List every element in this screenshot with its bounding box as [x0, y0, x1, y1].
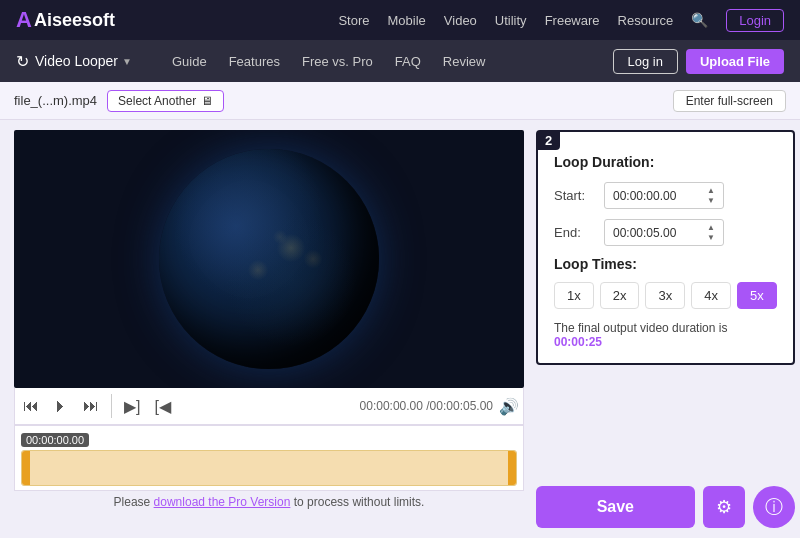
output-duration: The final output video duration is 00:00…	[554, 321, 777, 349]
freeware-link[interactable]: Freeware	[545, 13, 600, 28]
features-link[interactable]: Features	[229, 54, 280, 69]
monitor-icon: 🖥	[201, 94, 213, 108]
start-row: Start: 00:00:00.00 ▲ ▼	[554, 182, 777, 209]
select-another-button[interactable]: Select Another 🖥	[107, 90, 224, 112]
output-duration-value: 00:00:25	[554, 335, 602, 349]
time-display: 00:00:00.00 /00:00:05.00	[360, 399, 493, 413]
loop-5x-button[interactable]: 5x	[737, 282, 777, 309]
end-up-arrow: ▲	[707, 223, 715, 232]
earth-visual	[159, 149, 379, 369]
skip-back-button[interactable]: ⏮	[19, 395, 43, 417]
end-down-arrow: ▼	[707, 233, 715, 242]
second-nav: ↻ Video Looper ▼ Guide Features Free vs.…	[0, 40, 800, 82]
second-nav-links: Guide Features Free vs. Pro FAQ Review	[172, 54, 613, 69]
tool-name: Video Looper	[35, 53, 118, 69]
help-button[interactable]: ⓘ	[753, 486, 795, 528]
skip-forward-button[interactable]: ⏭	[79, 395, 103, 417]
file-bar: file_(...m).mp4 Select Another 🖥 Enter f…	[0, 82, 800, 120]
logo-icon: A	[16, 7, 32, 33]
earth-lights	[159, 149, 379, 369]
pro-message: Please download the Pro Version to proce…	[14, 491, 524, 513]
timeline-area: 00:00:00.00	[14, 425, 524, 491]
loop-settings-card: 2 Loop Duration: Start: 00:00:00.00 ▲ ▼ …	[536, 130, 795, 365]
file-name: file_(...m).mp4	[14, 93, 97, 108]
play-button[interactable]: ⏵	[49, 395, 73, 417]
video-link[interactable]: Video	[444, 13, 477, 28]
controls-divider	[111, 394, 112, 418]
loop-4x-button[interactable]: 4x	[691, 282, 731, 309]
timeline-handle-right[interactable]	[508, 451, 516, 485]
top-nav-links: Store Mobile Video Utility Freeware Reso…	[338, 9, 784, 32]
volume-icon[interactable]: 🔊	[499, 397, 519, 416]
start-arrows: ▲ ▼	[707, 186, 715, 205]
loop-end-button[interactable]: [◀	[150, 395, 174, 418]
end-input[interactable]: 00:00:05.00 ▲ ▼	[604, 219, 724, 246]
video-controls: ⏮ ⏵ ⏭ ▶] [◀ 00:00:00.00 /00:00:05.00 🔊	[14, 388, 524, 425]
loop-icon: ↻	[16, 52, 29, 71]
top-nav: A Aiseesoft Store Mobile Video Utility F…	[0, 0, 800, 40]
save-area: Save ⚙ ⓘ	[536, 486, 795, 528]
logo-text: Aiseesoft	[34, 10, 115, 31]
log-in-button[interactable]: Log in	[613, 49, 678, 74]
right-panel: 2 Loop Duration: Start: 00:00:00.00 ▲ ▼ …	[536, 130, 795, 528]
settings-button[interactable]: ⚙	[703, 486, 745, 528]
upload-file-button[interactable]: Upload File	[686, 49, 784, 74]
start-label: Start:	[554, 188, 604, 203]
mobile-link[interactable]: Mobile	[388, 13, 426, 28]
store-link[interactable]: Store	[338, 13, 369, 28]
guide-link[interactable]: Guide	[172, 54, 207, 69]
timeline-handle-left[interactable]	[22, 451, 30, 485]
output-text: The final output video duration is	[554, 321, 727, 335]
save-button[interactable]: Save	[536, 486, 695, 528]
loop-2x-button[interactable]: 2x	[600, 282, 640, 309]
start-value: 00:00:00.00	[613, 189, 676, 203]
resource-link[interactable]: Resource	[618, 13, 674, 28]
loop-start-button[interactable]: ▶]	[120, 395, 144, 418]
timeline-time-label: 00:00:00.00	[21, 433, 89, 447]
loop-times-buttons: 1x 2x 3x 4x 5x	[554, 282, 777, 309]
logo: A Aiseesoft	[16, 7, 115, 33]
faq-link[interactable]: FAQ	[395, 54, 421, 69]
gear-icon: ⚙	[716, 496, 732, 518]
tool-brand: ↻ Video Looper ▼	[16, 52, 132, 71]
loop-times-title: Loop Times:	[554, 256, 777, 272]
main-content: ⏮ ⏵ ⏭ ▶] [◀ 00:00:00.00 /00:00:05.00 🔊 0…	[0, 120, 800, 538]
help-icon: ⓘ	[765, 495, 783, 519]
pro-message-end: to process without limits.	[290, 495, 424, 509]
start-up-arrow: ▲	[707, 186, 715, 195]
start-down-arrow: ▼	[707, 196, 715, 205]
loop-duration-title: Loop Duration:	[554, 154, 777, 170]
review-link[interactable]: Review	[443, 54, 486, 69]
step-badge: 2	[537, 131, 560, 150]
timeline-track[interactable]	[21, 450, 517, 486]
video-container	[14, 130, 524, 388]
search-icon[interactable]: 🔍	[691, 12, 708, 28]
chevron-down-icon[interactable]: ▼	[122, 56, 132, 67]
login-button[interactable]: Login	[726, 9, 784, 32]
loop-1x-button[interactable]: 1x	[554, 282, 594, 309]
start-input[interactable]: 00:00:00.00 ▲ ▼	[604, 182, 724, 209]
end-arrows: ▲ ▼	[707, 223, 715, 242]
fullscreen-button[interactable]: Enter full-screen	[673, 90, 786, 112]
select-another-label: Select Another	[118, 94, 196, 108]
free-vs-pro-link[interactable]: Free vs. Pro	[302, 54, 373, 69]
pro-message-text: Please	[114, 495, 154, 509]
loop-3x-button[interactable]: 3x	[645, 282, 685, 309]
end-value: 00:00:05.00	[613, 226, 676, 240]
pro-version-link[interactable]: download the Pro Version	[154, 495, 291, 509]
end-label: End:	[554, 225, 604, 240]
video-panel: ⏮ ⏵ ⏭ ▶] [◀ 00:00:00.00 /00:00:05.00 🔊 0…	[14, 130, 524, 528]
end-row: End: 00:00:05.00 ▲ ▼	[554, 219, 777, 246]
utility-link[interactable]: Utility	[495, 13, 527, 28]
